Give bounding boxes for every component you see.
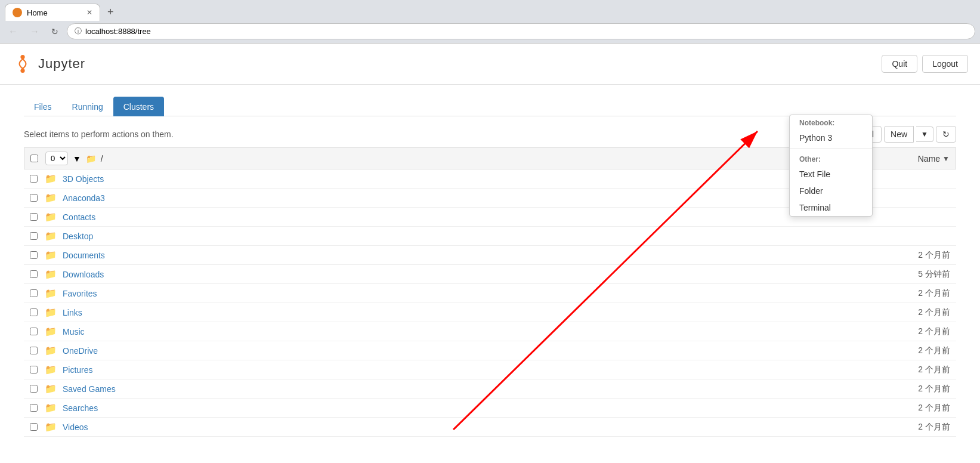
file-link[interactable]: Anaconda3	[63, 193, 105, 203]
file-checkbox[interactable]	[30, 423, 38, 431]
address-bar: ← → ↻ ⓘ localhost:8888/tree	[0, 21, 980, 43]
file-checkbox[interactable]	[30, 328, 38, 335]
browser-chrome: Home ✕ + ← → ↻ ⓘ localhost:8888/tree	[0, 0, 980, 44]
folder-icon: 📁	[45, 268, 57, 280]
file-checkbox[interactable]	[30, 404, 38, 412]
tab-running[interactable]: Running	[62, 97, 113, 116]
list-item: 📁Desktop	[24, 227, 956, 246]
tab-close-button[interactable]: ✕	[86, 8, 92, 17]
text-file-option[interactable]: Text File	[790, 166, 872, 183]
file-checkbox[interactable]	[30, 366, 38, 374]
new-button[interactable]: New	[884, 126, 914, 143]
file-link[interactable]: Documents	[63, 251, 105, 260]
tab-bar: Home ✕ +	[0, 0, 980, 21]
url-text: localhost:8888/tree	[85, 27, 151, 36]
file-modified: 2 个月前	[918, 422, 950, 433]
list-item: 📁Pictures2 个月前	[24, 360, 956, 379]
file-modified: 2 个月前	[918, 288, 950, 299]
file-checkbox[interactable]	[30, 270, 38, 278]
file-link[interactable]: Desktop	[63, 232, 93, 241]
file-checkbox[interactable]	[30, 213, 38, 221]
folder-icon: 📁	[45, 192, 57, 203]
folder-icon: 📁	[45, 326, 57, 337]
root-path-label: /	[101, 154, 103, 163]
file-modified: 2 个月前	[918, 326, 950, 337]
header-dropdown-icon: ▼	[73, 154, 81, 163]
jupyter-logo-icon	[12, 53, 33, 75]
folder-icon: 📁	[45, 211, 57, 223]
file-link[interactable]: Downloads	[63, 270, 104, 279]
file-modified: 2 个月前	[918, 403, 950, 413]
jupyter-page: Jupyter Quit Logout Files Running Cluste…	[0, 44, 980, 463]
select-all-checkbox[interactable]	[30, 155, 38, 162]
file-link[interactable]: Videos	[63, 422, 88, 432]
folder-icon: 📁	[45, 364, 57, 375]
folder-icon: 📁	[45, 249, 57, 261]
folder-icon: 📁	[45, 173, 57, 184]
folder-icon: 📁	[45, 345, 57, 356]
file-link[interactable]: Favorites	[63, 289, 97, 298]
refresh-button[interactable]: ↻	[936, 126, 956, 143]
file-checkbox[interactable]	[30, 232, 38, 240]
file-link[interactable]: Links	[63, 308, 82, 317]
nav-tabs: Files Running Clusters	[24, 97, 956, 116]
file-link[interactable]: Pictures	[63, 365, 93, 375]
tab-title: Home	[27, 8, 82, 17]
list-item: 📁Videos2 个月前	[24, 418, 956, 437]
file-link[interactable]: Music	[63, 327, 85, 337]
select-info-text: Select items to perform actions on them.	[24, 129, 174, 139]
list-item: 📁OneDrive2 个月前	[24, 341, 956, 360]
forward-button[interactable]: →	[26, 25, 43, 38]
file-link[interactable]: Contacts	[63, 212, 95, 222]
new-tab-button[interactable]: +	[103, 4, 119, 21]
file-modified: 5 分钟前	[918, 269, 950, 280]
file-checkbox[interactable]	[30, 385, 38, 393]
file-link[interactable]: Saved Games	[63, 384, 116, 394]
file-modified: 2 个月前	[918, 307, 950, 318]
folder-icon: 📁	[45, 307, 57, 318]
count-select[interactable]: 0	[45, 152, 68, 165]
reload-button[interactable]: ↻	[48, 26, 62, 38]
logout-button[interactable]: Logout	[922, 55, 968, 73]
file-link[interactable]: 3D Objects	[63, 174, 104, 184]
folder-icon: 📁	[45, 402, 57, 413]
file-modified: 2 个月前	[918, 345, 950, 356]
list-item: 📁Links2 个月前	[24, 303, 956, 322]
name-column-header[interactable]: Name ▼	[918, 154, 950, 163]
file-checkbox[interactable]	[30, 289, 38, 297]
quit-button[interactable]: Quit	[882, 55, 917, 73]
list-item: 📁Documents2 个月前	[24, 246, 956, 265]
list-item: 📁Saved Games2 个月前	[24, 379, 956, 399]
tab-files[interactable]: Files	[24, 97, 62, 116]
tab-clusters[interactable]: Clusters	[113, 97, 164, 116]
folder-icon: 📁	[45, 421, 57, 433]
terminal-option[interactable]: Terminal	[790, 199, 872, 216]
file-checkbox[interactable]	[30, 194, 38, 202]
file-link[interactable]: Searches	[63, 403, 98, 413]
file-checkbox[interactable]	[30, 251, 38, 259]
jupyter-logo-text: Jupyter	[38, 56, 85, 72]
file-modified: 2 个月前	[918, 250, 950, 261]
security-icon: ⓘ	[75, 26, 82, 36]
url-bar[interactable]: ⓘ localhost:8888/tree	[67, 23, 975, 39]
folder-icon: 📁	[45, 288, 57, 299]
file-checkbox[interactable]	[30, 308, 38, 316]
file-modified: 2 个月前	[918, 384, 950, 394]
other-section-label: Other:	[790, 152, 872, 166]
file-checkbox[interactable]	[30, 175, 38, 183]
file-checkbox[interactable]	[30, 347, 38, 354]
tab-favicon	[13, 8, 22, 17]
python3-option[interactable]: Python 3	[790, 129, 872, 146]
folder-icon: 📁	[45, 230, 57, 242]
file-modified: 2 个月前	[918, 365, 950, 375]
file-link[interactable]: OneDrive	[63, 346, 98, 356]
jupyter-logo: Jupyter	[12, 53, 85, 75]
list-item: 📁Searches2 个月前	[24, 399, 956, 418]
back-button[interactable]: ←	[5, 25, 21, 38]
browser-tab-home[interactable]: Home ✕	[5, 4, 100, 21]
sort-indicator: ▼	[942, 155, 950, 163]
new-dropdown-button[interactable]: ▼	[916, 126, 933, 142]
dropdown-divider	[790, 149, 872, 149]
notebook-section-label: Notebook:	[790, 115, 872, 129]
folder-option[interactable]: Folder	[790, 183, 872, 199]
